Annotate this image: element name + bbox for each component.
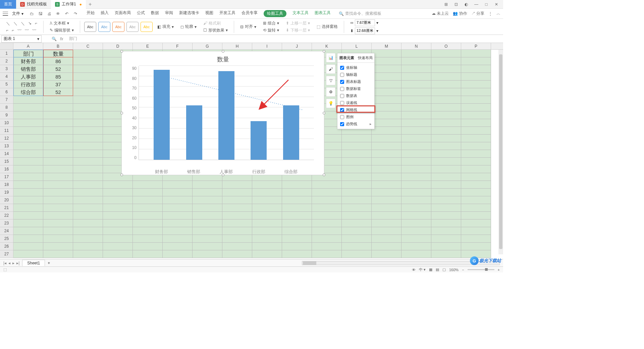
tab-data[interactable]: 数据 — [151, 10, 159, 17]
cell[interactable] — [163, 219, 193, 227]
cell[interactable] — [222, 227, 252, 235]
row-header[interactable]: 25 — [0, 235, 13, 243]
cell[interactable] — [401, 57, 431, 65]
cell[interactable] — [73, 204, 103, 212]
resize-handle[interactable] — [120, 112, 123, 114]
cell[interactable] — [461, 165, 491, 173]
open-icon[interactable]: 🗀 — [29, 11, 35, 17]
cell[interactable] — [73, 227, 103, 235]
cell[interactable] — [133, 212, 163, 219]
cell[interactable] — [282, 219, 312, 227]
row-header[interactable]: 14 — [0, 150, 13, 158]
rotate-button[interactable]: ⟲ 旋转 ▾ — [263, 28, 279, 33]
row-header[interactable]: 9 — [0, 111, 13, 119]
tab-add[interactable]: + — [86, 1, 94, 7]
cell[interactable] — [193, 181, 222, 189]
cell[interactable] — [431, 150, 461, 158]
line7-icon[interactable]: ⌐ — [12, 28, 14, 33]
cell[interactable] — [401, 81, 431, 88]
cell[interactable] — [43, 189, 73, 196]
cell[interactable] — [282, 243, 312, 250]
cell[interactable] — [252, 250, 282, 258]
cell[interactable] — [401, 235, 431, 243]
cell[interactable] — [342, 219, 372, 227]
cell[interactable] — [43, 104, 73, 111]
cell[interactable] — [372, 173, 401, 181]
zoom-slider[interactable] — [468, 269, 494, 270]
cell[interactable] — [73, 189, 103, 196]
cell[interactable] — [133, 219, 163, 227]
row-header[interactable]: 3 — [0, 65, 13, 73]
cell[interactable] — [103, 189, 133, 196]
cell[interactable] — [312, 204, 342, 212]
cell[interactable] — [431, 235, 461, 243]
cell[interactable] — [13, 204, 43, 212]
outline-button[interactable]: ◻轮廓▾ — [180, 24, 197, 30]
view-normal-icon[interactable]: ▦ — [429, 267, 432, 272]
cell[interactable] — [193, 235, 222, 243]
cell[interactable] — [401, 219, 431, 227]
cell[interactable] — [372, 204, 401, 212]
cell[interactable] — [193, 196, 222, 204]
col-header[interactable]: C — [73, 43, 103, 49]
cell[interactable] — [461, 158, 491, 165]
cell[interactable] — [401, 243, 431, 250]
cell[interactable] — [73, 50, 103, 57]
cell[interactable] — [372, 96, 401, 104]
popup-tab-layout[interactable]: 快速布局 — [356, 53, 374, 62]
tab-member[interactable]: 会员专享 — [241, 10, 258, 17]
row-header[interactable]: 22 — [0, 212, 13, 219]
cell[interactable] — [13, 111, 43, 119]
line4-icon[interactable]: ↘ — [28, 21, 32, 27]
style-5[interactable]: Abc — [141, 22, 153, 32]
checkbox[interactable] — [340, 87, 344, 91]
cell[interactable] — [133, 250, 163, 258]
effect-button[interactable]: ☐ 形状效果 ▾ — [203, 28, 228, 33]
cloud-status[interactable]: ☁ 未上云 — [432, 11, 449, 16]
sheet-tab-1[interactable]: Sheet1 — [22, 260, 45, 266]
cell[interactable] — [73, 212, 103, 219]
cell[interactable] — [282, 189, 312, 196]
cell[interactable] — [163, 227, 193, 235]
col-header[interactable]: D — [103, 43, 133, 49]
row-header[interactable]: 11 — [0, 127, 13, 135]
cell[interactable] — [252, 235, 282, 243]
cell[interactable] — [312, 227, 342, 235]
cell[interactable] — [193, 227, 222, 235]
cell[interactable] — [43, 243, 73, 250]
cell[interactable] — [461, 181, 491, 189]
cell[interactable] — [372, 181, 401, 189]
share-button[interactable]: ↗ 分享 — [471, 11, 484, 16]
zoom-in-icon[interactable]: + — [498, 268, 500, 272]
more-icon[interactable]: ⋮ — [488, 11, 492, 16]
cell[interactable] — [372, 65, 401, 73]
cell[interactable]: 52 — [43, 65, 73, 73]
cell[interactable] — [372, 57, 401, 65]
popup-item[interactable]: 误差线 — [337, 99, 374, 106]
cell[interactable] — [13, 119, 43, 127]
selection-pane[interactable]: ⬚选择窗格 — [317, 24, 338, 30]
cell[interactable] — [312, 250, 342, 258]
cell[interactable] — [431, 96, 461, 104]
cell[interactable] — [461, 235, 491, 243]
row-header[interactable]: 5 — [0, 81, 13, 88]
cell[interactable]: 86 — [43, 57, 73, 65]
vertical-scrollbar[interactable] — [498, 50, 503, 254]
cell[interactable] — [252, 189, 282, 196]
cell[interactable] — [312, 212, 342, 219]
cell[interactable] — [461, 65, 491, 73]
cell[interactable] — [103, 181, 133, 189]
cell[interactable] — [13, 165, 43, 173]
checkbox[interactable] — [340, 115, 344, 119]
cell[interactable] — [401, 142, 431, 150]
cell[interactable] — [431, 204, 461, 212]
cell[interactable] — [163, 196, 193, 204]
tab-layout[interactable]: 页面布局 — [115, 10, 131, 17]
cell[interactable] — [401, 189, 431, 196]
row-header[interactable]: 2 — [0, 57, 13, 65]
cell[interactable] — [461, 127, 491, 135]
cell[interactable] — [461, 111, 491, 119]
tab-template[interactable]: D 找稻壳模板 — [16, 0, 51, 9]
line8-icon[interactable]: 〰 — [17, 28, 21, 33]
cell[interactable] — [13, 181, 43, 189]
